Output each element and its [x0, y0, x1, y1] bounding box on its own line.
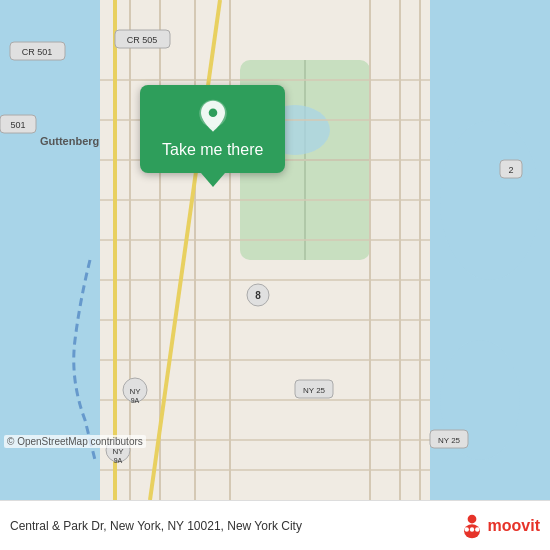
map-background: CR 501 CR 505 501 NY 9A NY 9A 8 NY 25 NY… [0, 0, 550, 500]
moovit-text: moovit [488, 517, 540, 535]
moovit-logo: moovit [458, 512, 540, 540]
svg-point-52 [208, 108, 217, 117]
svg-text:501: 501 [10, 120, 25, 130]
address-text: Central & Park Dr, New York, NY 10021, N… [10, 519, 450, 533]
svg-text:8: 8 [255, 290, 261, 301]
svg-text:NY 25: NY 25 [438, 436, 461, 445]
svg-text:NY 25: NY 25 [303, 386, 326, 395]
svg-text:CR 505: CR 505 [127, 35, 158, 45]
bottom-bar: Central & Park Dr, New York, NY 10021, N… [0, 500, 550, 550]
svg-rect-0 [0, 0, 110, 500]
svg-point-56 [469, 527, 473, 531]
osm-credit: © OpenStreetMap contributors [4, 435, 146, 448]
map-container: CR 501 CR 505 501 NY 9A NY 9A 8 NY 25 NY… [0, 0, 550, 500]
tooltip-container: Take me there [140, 85, 285, 187]
svg-text:9A: 9A [114, 457, 123, 464]
svg-text:Guttenberg: Guttenberg [40, 135, 99, 147]
svg-point-55 [464, 527, 468, 531]
svg-text:CR 501: CR 501 [22, 47, 53, 57]
svg-text:2: 2 [508, 165, 513, 175]
svg-text:NY: NY [129, 387, 141, 396]
svg-text:9A: 9A [131, 397, 140, 404]
take-me-there-button[interactable]: Take me there [162, 141, 263, 159]
svg-point-3 [440, 120, 540, 280]
location-pin-icon [195, 99, 231, 135]
tooltip-box: Take me there [140, 85, 285, 173]
tooltip-arrow [201, 173, 225, 187]
moovit-icon [458, 512, 486, 540]
svg-text:NY: NY [112, 447, 124, 456]
svg-point-53 [467, 514, 476, 523]
svg-point-57 [475, 527, 479, 531]
